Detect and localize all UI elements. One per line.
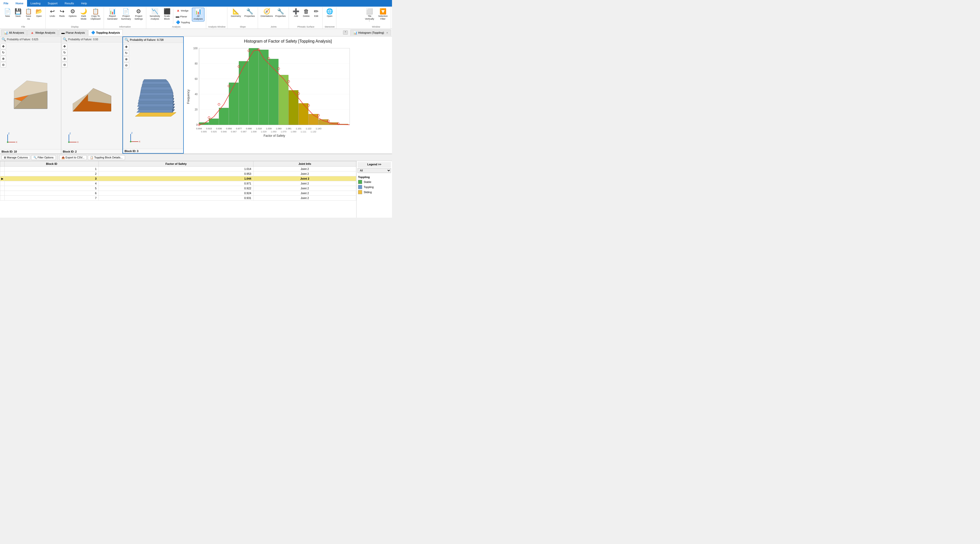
svg-marker-25 <box>139 95 173 98</box>
panel1-move-tool[interactable]: ✥ <box>0 44 6 49</box>
undo-button[interactable]: ↩ Undo <box>48 8 57 19</box>
histogram-tab-close[interactable]: ✕ <box>386 31 388 34</box>
table-row[interactable]: ▶ 3 1.044 Joint 2 <box>0 176 356 181</box>
tab-all-analyses[interactable]: 📊 All Analyses <box>1 30 27 36</box>
tab-results[interactable]: Results <box>61 0 78 6</box>
orientations-button[interactable]: 🧭 Orientations <box>260 8 273 19</box>
panel3-move-tool[interactable]: ✥ <box>124 44 129 50</box>
dark-mode-button[interactable]: 🌙 DarkMode <box>79 8 89 21</box>
all-analyses-label: AllAnalyses <box>193 15 203 21</box>
manage-columns-button[interactable]: ⊞ Manage Columns <box>2 155 30 160</box>
scale-block-icon: ⬛ <box>164 9 170 14</box>
legend-header[interactable]: Legend >> <box>358 162 391 167</box>
panel2-zoom-out-tool[interactable]: ⊖ <box>62 62 67 68</box>
tab-dropdown[interactable]: ˅ <box>343 30 348 35</box>
svg-text:1.008: 1.008 <box>251 130 257 133</box>
svg-point-18 <box>68 142 70 143</box>
panel3-rotate-tool[interactable]: ↻ <box>124 50 129 56</box>
project-summary-button[interactable]: 📄 ProjectSummary <box>120 8 133 21</box>
panel1-zoom-out-tool[interactable]: ⊖ <box>0 62 6 68</box>
table-row[interactable]: 4 0.971 Joint 2 <box>0 181 356 186</box>
open-stereonet-button[interactable]: 🌐 Open <box>325 8 334 19</box>
tab-home[interactable]: Home <box>12 0 27 6</box>
panel1-3d-view[interactable]: Z X <box>0 42 61 149</box>
cell-fos: 0.953 <box>99 172 253 176</box>
panel1-zoom-in-tool[interactable]: ⊕ <box>0 56 6 62</box>
panel2-axes: Z X <box>66 132 82 145</box>
edit-button[interactable]: ✏ Edit <box>312 8 321 19</box>
toppling-tab-label: Toppling Analysis <box>96 31 120 34</box>
report-generator-button[interactable]: 📊 ReportGenerator <box>106 8 119 21</box>
save-as-button[interactable]: 📋 SaveAs <box>24 8 33 21</box>
table-row[interactable]: 1 1.014 Joint 2 <box>0 167 356 172</box>
toppling-button[interactable]: 🔷 Toppling <box>174 19 191 25</box>
delete-button[interactable]: 🗑 Delete <box>301 8 311 19</box>
properties-joints-button[interactable]: 🔧 Properties <box>274 8 287 19</box>
panel2-3d-view[interactable]: Z X <box>61 42 122 149</box>
table-row[interactable]: 6 0.924 Joint 2 <box>0 191 356 196</box>
redo-button[interactable]: ↪ Redo <box>57 8 67 19</box>
properties-slope-button[interactable]: 🔧 Properties <box>243 8 256 19</box>
open-button[interactable]: 📂 Open <box>34 8 44 19</box>
svg-text:Z: Z <box>69 132 71 135</box>
svg-text:X: X <box>139 140 140 143</box>
new-button[interactable]: 📄 New <box>3 8 13 19</box>
svg-text:20: 20 <box>195 108 198 111</box>
tab-help[interactable]: Help <box>78 0 91 6</box>
geometry-button[interactable]: 📐 Geometry <box>229 8 243 19</box>
tile-vertically-button[interactable]: ⬜ TileVertically ˅ <box>363 8 376 24</box>
panel3-zoom-in-tool[interactable]: ⊕ <box>124 56 129 62</box>
tab-wedge-analysis[interactable]: 🔺 Wedge Analysis <box>27 30 58 36</box>
scale-block-button[interactable]: ⬛ ScaleBlock <box>162 8 172 21</box>
planar-button[interactable]: ▬ Planar <box>174 14 191 19</box>
export-csv-button[interactable]: 📤 Export to CSV... <box>59 155 87 160</box>
tab-file[interactable]: File <box>0 0 12 6</box>
selection-filter-button[interactable]: 🔽 SelectionFilter <box>377 8 389 21</box>
col-joint-info[interactable]: Joint Info <box>253 161 356 167</box>
table-row[interactable]: 5 0.922 Joint 2 <box>0 186 356 191</box>
svg-text:Z: Z <box>131 132 133 134</box>
cell-joint: Joint 2 <box>253 172 356 176</box>
svg-rect-67 <box>279 75 288 125</box>
filter-options-button[interactable]: 🔍 Filter Options <box>31 155 56 160</box>
add-button[interactable]: ➕ Add <box>291 8 301 19</box>
panel2-3d-shape <box>68 76 116 116</box>
svg-text:0.936: 0.936 <box>216 127 222 130</box>
table-row[interactable]: 7 0.931 Joint 2 <box>0 196 356 200</box>
col-block-id[interactable]: Block ID <box>5 161 99 167</box>
svg-marker-13 <box>88 88 111 103</box>
wedge-button[interactable]: 🔺 Wedge <box>174 8 191 13</box>
geometry-icon: 📐 <box>232 9 239 14</box>
cell-block-id: 5 <box>5 186 99 191</box>
project-settings-icon: ⚙ <box>136 9 141 14</box>
options-button[interactable]: ⚙ Options <box>67 8 78 19</box>
data-table-wrap[interactable]: Block ID Factor of Safety Joint Info 1 1… <box>0 161 356 218</box>
save-button[interactable]: 💾 Save <box>13 8 23 19</box>
add-label: Add <box>294 15 298 17</box>
copy-clipboard-button[interactable]: 📋 Copy ToClipboard <box>89 8 102 21</box>
manage-columns-label: Manage Columns <box>7 156 28 159</box>
col-fos[interactable]: Factor of Safety <box>99 161 253 167</box>
svg-rect-62 <box>229 83 239 125</box>
tab-toppling-analysis[interactable]: 🔷 Toppling Analysis <box>88 29 123 36</box>
panel2-move-tool[interactable]: ✥ <box>62 44 67 49</box>
panel3-zoom-out-tool[interactable]: ⊖ <box>124 62 129 68</box>
tab-loading[interactable]: Loading <box>27 0 44 6</box>
display-group-label: Display <box>71 25 79 28</box>
table-row[interactable]: 2 0.953 Joint 2 <box>0 172 356 176</box>
sensitivity-analysis-button[interactable]: 📉 SensitivityAnalysis <box>148 8 162 21</box>
tab-planar-analysis[interactable]: ▬ Planar Analysis <box>59 30 88 36</box>
all-analyses-button[interactable]: 📊 AllAnalyses <box>192 8 204 21</box>
panel1-rotate-tool[interactable]: ↻ <box>0 50 6 56</box>
ribbon-group-display: ↩ Undo ↪ Redo ⚙ Options 🌙 DarkMode 📋 <box>46 7 104 29</box>
tab-support[interactable]: Support <box>44 0 61 6</box>
panel2-zoom-in-tool[interactable]: ⊕ <box>62 56 67 62</box>
toppling-details-button[interactable]: 📋 Toppling Block Details... <box>88 155 125 160</box>
file-group-label: File <box>21 25 25 28</box>
panel3-3d-view[interactable]: Z X <box>123 43 183 149</box>
project-settings-button[interactable]: ⚙ ProjectSettings <box>133 8 145 21</box>
legend-section-toppling: Toppling <box>358 175 391 179</box>
tab-histogram[interactable]: 📊 Histogram (Toppling) ✕ <box>350 30 391 36</box>
legend-dropdown[interactable]: All <box>358 168 391 173</box>
panel2-rotate-tool[interactable]: ↻ <box>62 50 67 56</box>
